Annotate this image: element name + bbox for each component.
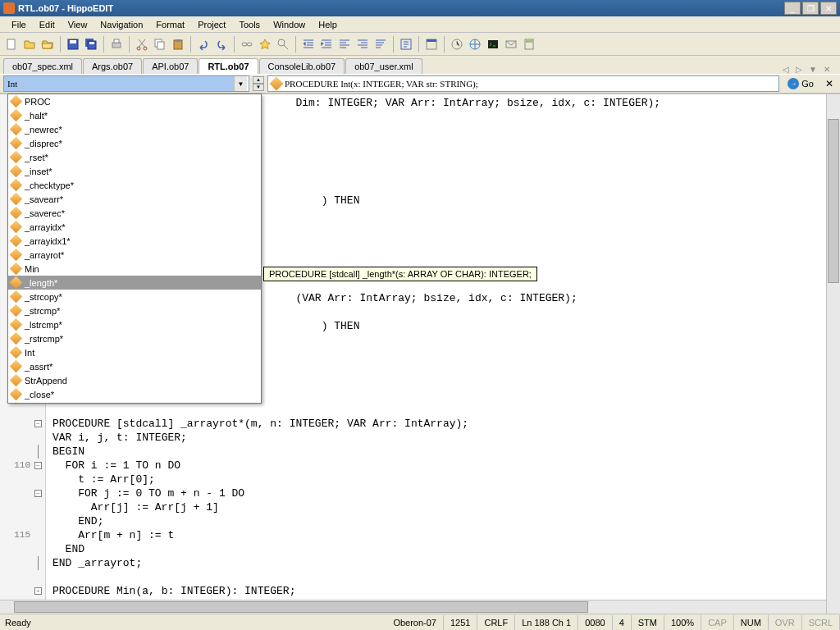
tab-API-ob07[interactable]: API.ob07 bbox=[143, 58, 198, 74]
open-file-button[interactable] bbox=[21, 36, 38, 52]
print-button[interactable] bbox=[108, 36, 125, 52]
favorite-button[interactable] bbox=[257, 36, 273, 52]
dropdown-item[interactable]: _inset* bbox=[8, 164, 261, 178]
symbol-dropdown-icon[interactable]: ▼ bbox=[234, 76, 247, 91]
open-folder-button[interactable] bbox=[39, 36, 56, 52]
fold-icon[interactable]: + bbox=[34, 587, 42, 595]
symbol-icon bbox=[10, 95, 23, 108]
cut-button[interactable] bbox=[134, 36, 150, 52]
dropdown-item[interactable]: StrAppend bbox=[8, 373, 261, 387]
dropdown-item[interactable]: _lstrcmp* bbox=[8, 317, 261, 331]
close-window-button[interactable]: ✕ bbox=[820, 2, 837, 15]
align-right-button[interactable] bbox=[354, 36, 371, 52]
procedure-signature: PROCEDURE Int(x: INTEGER; VAR str: STRIN… bbox=[285, 79, 478, 89]
vertical-scrollbar[interactable] bbox=[826, 94, 840, 614]
save-button[interactable] bbox=[65, 36, 81, 52]
dropdown-item[interactable]: _arrayidx* bbox=[8, 220, 261, 234]
tab-ob07_user-xml[interactable]: ob07_user.xml bbox=[345, 58, 422, 74]
menu-navigation[interactable]: Navigation bbox=[94, 18, 149, 31]
navbar-close-icon[interactable]: ✕ bbox=[822, 78, 837, 89]
clock-button[interactable] bbox=[449, 36, 465, 52]
svg-rect-22 bbox=[488, 40, 498, 48]
maximize-button[interactable]: ❐ bbox=[802, 2, 819, 15]
dropdown-item[interactable]: _rset* bbox=[8, 150, 261, 164]
dropdown-item[interactable]: Int bbox=[8, 345, 261, 359]
symbol-input[interactable] bbox=[4, 76, 234, 91]
align-left-button[interactable] bbox=[336, 36, 353, 52]
calc-button[interactable] bbox=[521, 36, 537, 52]
window-icon-button[interactable] bbox=[423, 36, 440, 52]
status-language[interactable]: Oberon-07 bbox=[386, 615, 444, 630]
fold-icon[interactable] bbox=[38, 445, 39, 459]
search-button[interactable] bbox=[275, 36, 291, 52]
menu-tools[interactable]: Tools bbox=[232, 18, 267, 31]
minimize-button[interactable]: _ bbox=[784, 2, 801, 15]
fold-icon[interactable] bbox=[38, 556, 39, 570]
undo-button[interactable] bbox=[195, 36, 212, 52]
procedure-bar[interactable]: PROCEDURE Int(x: INTEGER; VAR str: STRIN… bbox=[267, 75, 779, 92]
status-stm[interactable]: STM bbox=[632, 615, 664, 630]
dropdown-item[interactable]: _rstrcmp* bbox=[8, 331, 261, 345]
tab-RTL-ob07[interactable]: RTL.ob07 bbox=[199, 58, 258, 74]
tab-Args-ob07[interactable]: Args.ob07 bbox=[83, 58, 142, 74]
browser-button[interactable] bbox=[467, 36, 483, 52]
symbol-combo[interactable]: ▼ bbox=[3, 75, 249, 92]
dropdown-item[interactable]: Min bbox=[8, 262, 261, 276]
terminal-button[interactable] bbox=[485, 36, 501, 52]
dropdown-item[interactable]: _close* bbox=[8, 387, 261, 401]
menu-help[interactable]: Help bbox=[312, 18, 344, 31]
dropdown-item[interactable]: _arrayidx1* bbox=[8, 234, 261, 248]
horizontal-scrollbar[interactable] bbox=[0, 600, 826, 614]
copy-button[interactable] bbox=[152, 36, 168, 52]
menu-view[interactable]: View bbox=[62, 18, 94, 31]
fold-icon[interactable]: − bbox=[34, 462, 42, 469]
signature-tooltip: PROCEDURE [stdcall] _length*(s: ARRAY OF… bbox=[263, 267, 537, 281]
dropdown-item[interactable]: _assrt* bbox=[8, 359, 261, 373]
dropdown-item[interactable]: _halt* bbox=[8, 108, 261, 122]
sort-button[interactable] bbox=[372, 36, 389, 52]
outdent-button[interactable] bbox=[300, 36, 317, 52]
menu-project[interactable]: Project bbox=[191, 18, 232, 31]
mail-button[interactable] bbox=[503, 36, 519, 52]
menu-window[interactable]: Window bbox=[267, 18, 312, 31]
paste-button[interactable] bbox=[170, 36, 186, 52]
svg-rect-19 bbox=[427, 39, 436, 42]
dropdown-item[interactable]: _length* bbox=[8, 276, 261, 290]
dropdown-item[interactable]: _arrayrot* bbox=[8, 248, 261, 262]
menu-format[interactable]: Format bbox=[149, 18, 191, 31]
link-button[interactable] bbox=[239, 36, 255, 52]
tab-ob07_spec-xml[interactable]: ob07_spec.xml bbox=[3, 58, 82, 74]
dropdown-item[interactable]: _strcmp* bbox=[8, 304, 261, 317]
fold-icon[interactable]: − bbox=[34, 420, 42, 427]
fold-icon[interactable]: − bbox=[34, 490, 42, 497]
go-button[interactable]: → Go bbox=[783, 76, 819, 91]
autocomplete-dropdown[interactable]: PROC_halt*_newrec*_disprec*_rset*_inset*… bbox=[7, 94, 262, 404]
tab-ConsoleLib-ob07[interactable]: ConsoleLib.ob07 bbox=[259, 58, 345, 74]
format-button[interactable] bbox=[398, 36, 414, 52]
status-tab[interactable]: 4 bbox=[613, 615, 632, 630]
menu-file[interactable]: File bbox=[5, 18, 33, 31]
indent-button[interactable] bbox=[318, 36, 335, 52]
svg-rect-7 bbox=[114, 39, 119, 43]
tab-list-icon[interactable]: ▼ bbox=[807, 65, 819, 74]
dropdown-item[interactable]: _savearr* bbox=[8, 192, 261, 206]
save-all-button[interactable] bbox=[83, 36, 99, 52]
tab-prev-icon[interactable]: ◁ bbox=[781, 65, 791, 74]
tab-next-icon[interactable]: ▷ bbox=[794, 65, 804, 74]
status-zoom[interactable]: 100% bbox=[664, 615, 701, 630]
status-codepage[interactable]: 1251 bbox=[444, 615, 477, 630]
dropdown-item[interactable]: PROC bbox=[8, 94, 261, 108]
symbol-icon bbox=[10, 388, 23, 401]
dropdown-item[interactable]: _strcopy* bbox=[8, 290, 261, 304]
menu-edit[interactable]: Edit bbox=[33, 18, 62, 31]
spinner[interactable]: ▲▼ bbox=[253, 76, 264, 91]
dropdown-item[interactable]: _disprec* bbox=[8, 136, 261, 150]
dropdown-item[interactable]: _checktype* bbox=[8, 178, 261, 192]
new-file-button[interactable] bbox=[3, 36, 20, 52]
dropdown-item[interactable]: _newrec* bbox=[8, 122, 261, 136]
tab-close-icon[interactable]: ✕ bbox=[822, 65, 832, 74]
dropdown-item[interactable]: _saverec* bbox=[8, 206, 261, 220]
redo-button[interactable] bbox=[213, 36, 230, 52]
dropdown-item[interactable]: _init* bbox=[8, 401, 261, 404]
status-eol[interactable]: CRLF bbox=[477, 615, 515, 630]
